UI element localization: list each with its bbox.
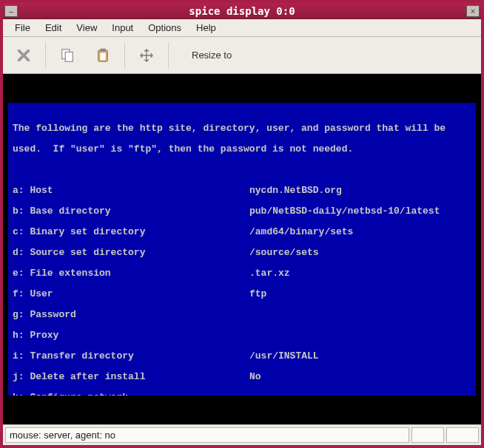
menu-item-file-ext[interactable]: e: File extension.tar.xz xyxy=(13,268,471,279)
menu-key: i: Transfer directory xyxy=(13,351,249,362)
menu-key: b: Base directory xyxy=(13,206,249,217)
blank-line xyxy=(13,165,471,175)
toolbar-separator xyxy=(45,42,46,69)
app-window: – spice display 0:0 × File Edit View Inp… xyxy=(0,0,484,448)
menu-options[interactable]: Options xyxy=(141,20,189,35)
close-tool-button[interactable] xyxy=(7,41,40,70)
intro-line-1: The following are the http site, directo… xyxy=(13,123,471,134)
move-arrows-icon xyxy=(138,47,155,64)
toolbar-separator xyxy=(124,42,125,69)
menu-input[interactable]: Input xyxy=(104,20,141,35)
statusbar: mouse: server, agent: no xyxy=(3,424,481,445)
menu-val: .tar.xz xyxy=(249,268,471,279)
toolbar: Resize to xyxy=(3,37,481,74)
menu-val: /amd64/binary/sets xyxy=(249,227,471,237)
resize-to-label: Resize to xyxy=(192,50,232,61)
window-close-button[interactable]: × xyxy=(466,5,480,17)
menu-key: k: Configure network xyxy=(13,393,249,396)
menu-view[interactable]: View xyxy=(69,20,104,35)
menu-val: nycdn.NetBSD.org xyxy=(249,186,471,196)
copy-tool-button[interactable] xyxy=(51,41,84,70)
menu-key: c: Binary set directory xyxy=(13,227,249,237)
menu-val: ftp xyxy=(249,289,471,299)
svg-rect-4 xyxy=(100,52,105,60)
window-menu-button[interactable]: – xyxy=(4,5,18,17)
menu-val: pub/NetBSD-daily/netbsd-10/latest xyxy=(249,206,471,217)
installer-terminal[interactable]: The following are the http site, directo… xyxy=(8,103,476,396)
menu-file[interactable]: File xyxy=(7,20,38,35)
intro-line-2: used. If "user" is "ftp", then the passw… xyxy=(13,144,471,155)
menu-help[interactable]: Help xyxy=(189,20,223,35)
menu-item-base-dir[interactable]: b: Base directorypub/NetBSD-daily/netbsd… xyxy=(13,206,471,217)
menu-val xyxy=(249,393,471,396)
menubar: File Edit View Input Options Help xyxy=(3,19,481,37)
remote-display[interactable]: The following are the http site, directo… xyxy=(3,74,481,424)
fullscreen-tool-button[interactable] xyxy=(130,41,163,70)
titlebar[interactable]: – spice display 0:0 × xyxy=(3,3,481,19)
status-text: mouse: server, agent: no xyxy=(5,427,409,443)
svg-rect-3 xyxy=(100,48,105,51)
menu-item-configure-net[interactable]: k: Configure network xyxy=(13,393,471,396)
menu-item-user[interactable]: f: Userftp xyxy=(13,289,471,299)
menu-key: a: Host xyxy=(13,186,249,196)
close-x-icon: × xyxy=(471,7,475,16)
menu-item-source-set-dir[interactable]: d: Source set directory/source/sets xyxy=(13,248,471,258)
copy-icon xyxy=(59,47,75,64)
menu-val: /source/sets xyxy=(249,248,471,258)
x-icon xyxy=(16,47,32,64)
menu-item-password[interactable]: g: Password xyxy=(13,310,471,320)
menu-item-proxy[interactable]: h: Proxy xyxy=(13,330,471,341)
menu-edit[interactable]: Edit xyxy=(38,20,69,35)
menu-item-delete-after[interactable]: j: Delete after installNo xyxy=(13,372,471,382)
menu-val xyxy=(249,310,471,320)
menu-key: e: File extension xyxy=(13,268,249,279)
menu-val: /usr/INSTALL xyxy=(249,351,471,362)
menu-key: j: Delete after install xyxy=(13,372,249,382)
toolbar-separator xyxy=(168,42,169,69)
dash-icon: – xyxy=(9,7,13,16)
menu-key: h: Proxy xyxy=(13,330,249,341)
menu-key: f: User xyxy=(13,289,249,299)
menu-key: g: Password xyxy=(13,310,249,320)
window-title: spice display 0:0 xyxy=(19,5,465,17)
menu-val: No xyxy=(249,372,471,382)
clipboard-icon xyxy=(95,47,111,64)
menu-val xyxy=(249,330,471,341)
status-cell-2 xyxy=(446,427,479,443)
menu-item-host[interactable]: a: Hostnycdn.NetBSD.org xyxy=(13,186,471,196)
svg-rect-1 xyxy=(65,52,73,61)
menu-item-transfer-dir[interactable]: i: Transfer directory/usr/INSTALL xyxy=(13,351,471,362)
paste-tool-button[interactable] xyxy=(87,41,119,70)
menu-key: d: Source set directory xyxy=(13,248,249,258)
status-cell-1 xyxy=(411,427,444,443)
menu-item-binary-set-dir[interactable]: c: Binary set directory/amd64/binary/set… xyxy=(13,227,471,237)
